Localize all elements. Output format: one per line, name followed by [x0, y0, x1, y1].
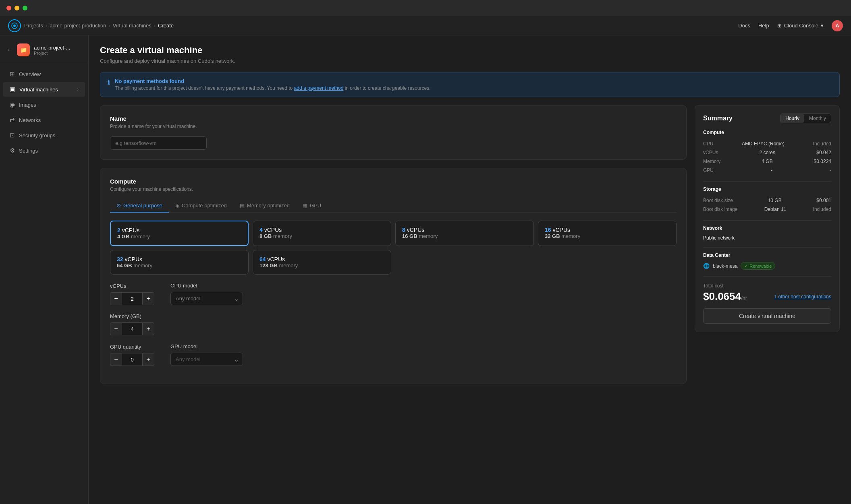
cloud-console-label: Cloud Console — [784, 23, 818, 29]
overview-icon: ⊞ — [10, 70, 15, 78]
gpu-value: 0 — [122, 353, 142, 366]
vm-64vcpu-label: 64 vCPUs — [259, 256, 384, 262]
sidebar-item-security[interactable]: ⊡ Security groups — [3, 128, 85, 143]
memory-label: Memory (GB) — [110, 313, 154, 319]
gpu-increment-button[interactable]: + — [142, 353, 154, 366]
vm-8vcpu-memory: 16 GB memory — [402, 233, 527, 239]
vcpu-increment-button[interactable]: + — [142, 292, 154, 305]
sidebar-project: ← 📁 acme-project-... Project — [0, 40, 88, 63]
vm-name-input[interactable] — [110, 136, 207, 150]
alert-banner: ℹ No payment methods found The billing a… — [100, 72, 840, 97]
hourly-toggle-button[interactable]: Hourly — [780, 114, 804, 123]
topnav: Projects › acme-project-production › Vir… — [0, 16, 851, 35]
divider-1 — [703, 181, 831, 182]
sidebar-label-overview: Overview — [19, 71, 79, 77]
vm-size-8vcpu[interactable]: 8 vCPUs 16 GB memory — [395, 221, 534, 246]
summary-memory-cost: $0.0224 — [814, 159, 831, 164]
breadcrumb-vms[interactable]: Virtual machines — [113, 23, 152, 29]
datacenter-row: 🌐 black-mesa ✓ Renewable — [703, 262, 831, 270]
sidebar-label-images: Images — [19, 102, 79, 108]
summary-disk-size-row: Boot disk size 10 GB $0.001 — [703, 196, 831, 205]
breadcrumb-sep-1: › — [46, 23, 47, 29]
summary-vcpu-row: vCPUs 2 cores $0.042 — [703, 148, 831, 157]
summary-compute-title: Compute — [703, 130, 831, 135]
docs-link[interactable]: Docs — [738, 23, 750, 29]
settings-icon: ⚙ — [10, 147, 15, 154]
monthly-toggle-button[interactable]: Monthly — [804, 114, 831, 123]
alert-text: The billing account for this project doe… — [115, 85, 430, 91]
vm-4vcpu-label: 4 vCPUs — [259, 227, 384, 233]
summary-vcpu-val: 2 cores — [760, 150, 775, 155]
cloud-console-menu[interactable]: ⊞ Cloud Console ▾ — [777, 23, 824, 29]
tab-general-purpose-label: General purpose — [123, 202, 162, 209]
help-link[interactable]: Help — [758, 23, 769, 29]
alert-text-before: The billing account for this project doe… — [115, 85, 293, 91]
summary-gpu-key: GPU — [703, 167, 714, 173]
titlebar — [0, 0, 851, 16]
payment-method-link[interactable]: add a payment method — [294, 85, 344, 91]
form-area: Name Provide a name for your virtual mac… — [100, 105, 687, 392]
page-title: Create a virtual machine — [100, 45, 840, 56]
tab-compute-optimized[interactable]: ◈ Compute optimized — [169, 199, 233, 213]
tab-gpu[interactable]: ▦ GPU — [296, 199, 328, 213]
compute-tabs: ⊙ General purpose ◈ Compute optimized ▤ … — [110, 199, 677, 213]
alert-text-after: in order to create chargeable resources. — [345, 85, 431, 91]
images-icon: ◉ — [10, 101, 15, 108]
summary-vcpu-cost: $0.042 — [816, 150, 831, 155]
datacenter-icon: 🌐 — [703, 263, 710, 269]
tab-memory-optimized[interactable]: ▤ Memory optimized — [233, 199, 296, 213]
vms-arrow-icon: › — [77, 87, 79, 92]
info-icon: ℹ — [108, 78, 110, 86]
create-vm-button[interactable]: Create virtual machine — [703, 308, 831, 324]
vcpu-control-group: vCPUs − 2 + — [110, 283, 154, 305]
vm-size-64vcpu[interactable]: 64 vCPUs 128 GB memory — [253, 250, 391, 275]
sidebar-item-vms[interactable]: ▣ Virtual machines › — [3, 82, 85, 97]
gpu-decrement-button[interactable]: − — [110, 353, 122, 366]
memory-increment-button[interactable]: + — [142, 322, 154, 335]
tab-general-purpose[interactable]: ⊙ General purpose — [110, 199, 169, 213]
summary-network-name: Public network — [703, 235, 831, 241]
security-icon: ⊡ — [10, 132, 15, 139]
user-avatar[interactable]: A — [832, 20, 843, 31]
vm-2vcpu-label: 2 vCPUs — [117, 227, 241, 233]
vcpu-decrement-button[interactable]: − — [110, 292, 122, 305]
sidebar-item-settings[interactable]: ⚙ Settings — [3, 143, 85, 158]
total-cost-label: Total cost — [703, 283, 831, 289]
compute-section-subtitle: Configure your machine specifications. — [110, 186, 677, 192]
check-icon: ✓ — [744, 263, 748, 269]
divider-2 — [703, 220, 831, 221]
gpu-model-group: GPU model Any model — [170, 343, 243, 366]
summary-memory-val: 4 GB — [762, 159, 772, 164]
cpu-model-select[interactable]: Any model AMD EPYC (Rome) Intel Xeon — [170, 292, 243, 305]
breadcrumb-projects[interactable]: Projects — [24, 23, 43, 29]
other-configs-link[interactable]: 1 other host configurations — [774, 294, 831, 300]
vm-size-4vcpu[interactable]: 4 vCPUs 8 GB memory — [253, 221, 391, 246]
compute-optimized-icon: ◈ — [175, 202, 179, 209]
cost-display: $0.0654/hr — [703, 290, 747, 303]
memory-decrement-button[interactable]: − — [110, 322, 122, 335]
gpu-model-select[interactable]: Any model — [170, 353, 243, 366]
vm-4vcpu-memory: 8 GB memory — [259, 233, 384, 239]
vm-size-16vcpu[interactable]: 16 vCPUs 32 GB memory — [538, 221, 677, 246]
breadcrumb-sep-2: › — [109, 23, 110, 29]
sidebar-item-images[interactable]: ◉ Images — [3, 97, 85, 112]
back-arrow-icon[interactable]: ← — [6, 46, 13, 54]
breadcrumb-create: Create — [158, 23, 174, 29]
renewable-badge: ✓ Renewable — [741, 262, 775, 270]
compute-section: Compute Configure your machine specifica… — [100, 168, 687, 384]
close-button[interactable] — [6, 6, 11, 10]
cpu-model-select-wrapper: Any model AMD EPYC (Rome) Intel Xeon — [170, 292, 243, 305]
vm-size-2vcpu[interactable]: 2 vCPUs 4 GB memory — [110, 221, 249, 246]
total-cost-row: $0.0654/hr 1 other host configurations — [703, 290, 831, 303]
minimize-button[interactable] — [15, 6, 19, 10]
summary-storage: Storage Boot disk size 10 GB $0.001 Boot… — [703, 186, 831, 214]
vm-size-32vcpu[interactable]: 32 vCPUs 64 GB memory — [110, 250, 249, 275]
maximize-button[interactable] — [23, 6, 27, 10]
memory-optimized-icon: ▤ — [240, 202, 245, 209]
sidebar-item-networks[interactable]: ⇄ Networks — [3, 113, 85, 127]
billing-toggle: Hourly Monthly — [780, 114, 831, 123]
total-cost-value: $0.0654 — [703, 290, 741, 302]
breadcrumb-project[interactable]: acme-project-production — [50, 23, 106, 29]
sidebar-item-overview[interactable]: ⊞ Overview — [3, 67, 85, 81]
summary-compute: Compute CPU AMD EPYC (Rome) Included vCP… — [703, 130, 831, 175]
